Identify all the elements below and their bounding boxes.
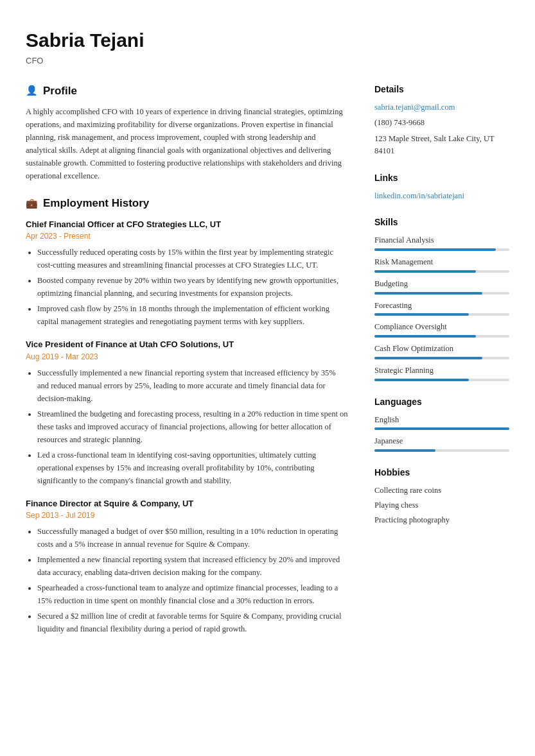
- hobbies-list: Collecting rare coinsPlaying chessPracti…: [374, 485, 509, 526]
- job-title: Finance Director at Squire & Company, UT: [26, 497, 349, 510]
- candidate-title: CFO: [26, 55, 509, 67]
- skill-item: Financial Analysis: [374, 234, 509, 251]
- job-title: Vice President of Finance at Utah CFO So…: [26, 338, 349, 351]
- links-section-header: Links: [374, 171, 509, 185]
- bullet-item: Secured a $2 million line of credit at f…: [37, 610, 349, 635]
- skill-bar-fill: [374, 313, 469, 316]
- skill-item: Risk Management: [374, 256, 509, 273]
- skills-section-header: Skills: [374, 216, 509, 229]
- address-item: 123 Maple Street, Salt Lake City, UT 841…: [374, 133, 509, 157]
- skill-name: Forecasting: [374, 300, 509, 312]
- skill-name: Strategic Planning: [374, 365, 509, 377]
- skill-name: Financial Analysis: [374, 234, 509, 246]
- email-item: sabria.tejani@gmail.com: [374, 101, 509, 114]
- job-dates: Sep 2013 - Jul 2019: [26, 510, 349, 521]
- jobs-list: Chief Financial Officer at CFO Strategie…: [26, 218, 349, 636]
- email-link[interactable]: sabria.tejani@gmail.com: [374, 103, 455, 112]
- skills-list: Financial AnalysisRisk ManagementBudgeti…: [374, 234, 509, 381]
- profile-text: A highly accomplished CFO with 10 years …: [26, 105, 349, 182]
- job-item: Vice President of Finance at Utah CFO So…: [26, 338, 349, 487]
- bullet-item: Implemented a new financial reporting sy…: [37, 553, 349, 579]
- employment-section-header: 💼 Employment History: [26, 195, 349, 212]
- hobby-item: Practicing photography: [374, 514, 509, 526]
- skill-bar-bg: [374, 292, 509, 295]
- bullet-item: Successfully implemented a new financial…: [37, 366, 349, 405]
- job-title: Chief Financial Officer at CFO Strategie…: [26, 218, 349, 231]
- skill-item: Compliance Oversight: [374, 321, 509, 338]
- main-layout: 👤 Profile A highly accomplished CFO with…: [26, 83, 509, 731]
- linkedin-item: linkedin.com/in/sabriatejani: [374, 190, 509, 202]
- bullet-item: Led a cross-functional team in identifyi…: [37, 449, 349, 487]
- skill-name: Compliance Oversight: [374, 321, 509, 333]
- bullet-item: Successfully managed a budget of over $5…: [37, 525, 349, 551]
- language-name: English: [374, 414, 509, 426]
- bullet-item: Spearheaded a cross-functional team to a…: [37, 581, 349, 607]
- hobby-item: Collecting rare coins: [374, 485, 509, 497]
- skill-bar-fill: [374, 335, 476, 338]
- skill-bar-bg: [374, 248, 509, 251]
- job-bullets: Successfully implemented a new financial…: [26, 366, 349, 487]
- bullet-item: Improved cash flow by 25% in 18 months t…: [37, 302, 349, 328]
- skill-name: Risk Management: [374, 256, 509, 268]
- phone-item: (180) 743-9668: [374, 117, 509, 129]
- job-item: Finance Director at Squire & Company, UT…: [26, 497, 349, 636]
- skill-bar-fill: [374, 357, 482, 359]
- lang-bar-bg: [374, 449, 509, 452]
- bullet-item: Boosted company revenue by 20% within tw…: [37, 274, 349, 300]
- skill-bar-fill: [374, 379, 469, 381]
- languages-list: EnglishJapanese: [374, 414, 509, 452]
- languages-section-header: Languages: [374, 395, 509, 409]
- employment-icon: 💼: [26, 196, 38, 211]
- skill-bar-fill: [374, 270, 476, 273]
- bullet-item: Streamlined the budgeting and forecastin…: [37, 408, 349, 446]
- job-bullets: Successfully reduced operating costs by …: [26, 246, 349, 328]
- lang-bar-fill: [374, 427, 509, 430]
- skill-name: Cash Flow Optimization: [374, 343, 509, 355]
- job-bullets: Successfully managed a budget of over $5…: [26, 525, 349, 635]
- profile-section-header: 👤 Profile: [26, 83, 349, 99]
- profile-section-label: Profile: [43, 83, 77, 99]
- linkedin-link[interactable]: linkedin.com/in/sabriatejani: [374, 191, 464, 200]
- skill-bar-bg: [374, 313, 509, 316]
- hobby-item: Playing chess: [374, 499, 509, 511]
- job-dates: Aug 2019 - Mar 2023: [26, 351, 349, 363]
- hobbies-section-header: Hobbies: [374, 466, 509, 479]
- skill-bar-bg: [374, 270, 509, 273]
- skill-item: Forecasting: [374, 300, 509, 316]
- skill-bar-bg: [374, 335, 509, 338]
- language-item: Japanese: [374, 435, 509, 452]
- lang-bar-fill: [374, 449, 435, 452]
- skill-item: Cash Flow Optimization: [374, 343, 509, 359]
- header-section: Sabria Tejani CFO: [26, 26, 509, 67]
- skill-name: Budgeting: [374, 278, 509, 290]
- bullet-item: Successfully reduced operating costs by …: [37, 246, 349, 271]
- left-column: 👤 Profile A highly accomplished CFO with…: [26, 83, 349, 731]
- profile-icon: 👤: [26, 83, 38, 98]
- skill-item: Strategic Planning: [374, 365, 509, 381]
- skill-bar-bg: [374, 379, 509, 381]
- language-item: English: [374, 414, 509, 431]
- skill-bar-fill: [374, 248, 496, 251]
- job-dates: Apr 2023 - Present: [26, 230, 349, 242]
- skill-bar-fill: [374, 292, 482, 295]
- lang-bar-bg: [374, 427, 509, 430]
- job-item: Chief Financial Officer at CFO Strategie…: [26, 218, 349, 329]
- right-column: Details sabria.tejani@gmail.com (180) 74…: [374, 83, 509, 731]
- skill-bar-bg: [374, 357, 509, 359]
- resume-page: Sabria Tejani CFO 👤 Profile A highly acc…: [0, 0, 535, 756]
- candidate-name: Sabria Tejani: [26, 26, 509, 55]
- skill-item: Budgeting: [374, 278, 509, 295]
- employment-section-label: Employment History: [43, 195, 149, 212]
- language-name: Japanese: [374, 435, 509, 447]
- details-section-header: Details: [374, 83, 509, 96]
